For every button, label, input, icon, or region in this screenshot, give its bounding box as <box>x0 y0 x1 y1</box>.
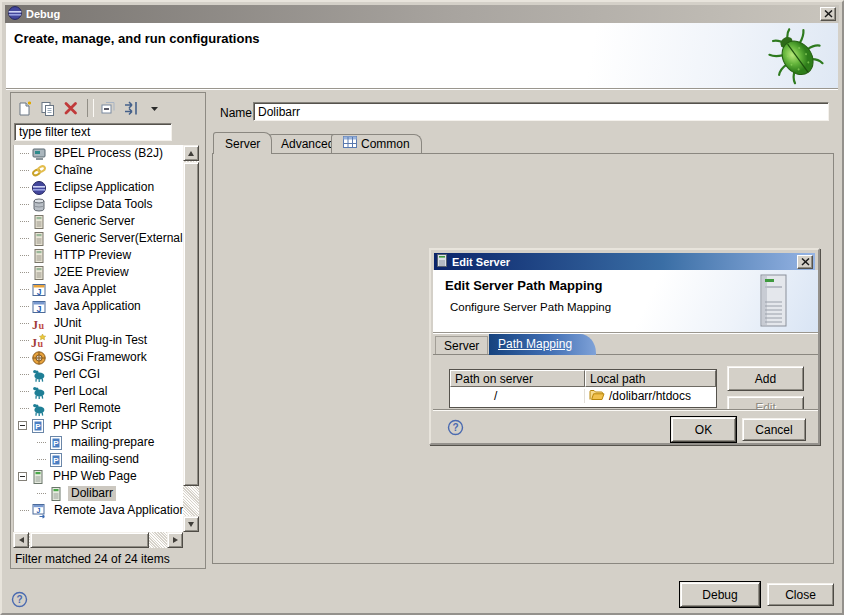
tree-item-label: Generic Server <box>51 214 138 229</box>
tree-item-php-script[interactable]: PPHP Script <box>14 417 183 434</box>
vertical-scrollbar[interactable] <box>183 145 199 532</box>
collapse-all-icon[interactable] <box>97 97 119 119</box>
horizontal-scroll-thumb[interactable] <box>30 532 149 548</box>
applet-icon: J <box>31 282 47 298</box>
database-icon <box>31 197 47 213</box>
debug-button[interactable]: Debug <box>680 582 760 607</box>
scroll-left-button[interactable] <box>13 532 29 548</box>
scroll-right-button[interactable] <box>167 532 183 548</box>
duplicate-icon[interactable] <box>37 97 59 119</box>
config-tree: BPEL Process (B2J)ChaîneEclipse Applicat… <box>13 145 183 532</box>
tree-item-label: JUnit <box>51 316 84 331</box>
tree-item-junit[interactable]: JuJUnit <box>14 315 183 332</box>
tree-connector <box>37 493 46 494</box>
tree-item-java-application[interactable]: JJava Application <box>14 298 183 315</box>
tree-connector <box>20 323 29 324</box>
tree-item-label: Perl Remote <box>51 401 124 416</box>
tree-connector <box>37 459 46 460</box>
java-icon: J <box>31 299 47 315</box>
tree-connector <box>37 442 46 443</box>
tree-item-label: BPEL Process (B2J) <box>51 146 166 161</box>
collapse-expander-icon[interactable] <box>18 421 27 430</box>
dialog-tab-path-mapping[interactable]: Path Mapping <box>489 334 596 355</box>
tree-item-http-preview[interactable]: HTTP Preview <box>14 247 183 264</box>
junitp-icon: Ju <box>31 333 47 349</box>
mapping-table-body: //dolibarr/htdocs <box>450 387 716 404</box>
tree-item-label: Java Application <box>51 299 144 314</box>
window-close-button[interactable] <box>820 7 836 21</box>
dialog-close-button[interactable] <box>797 255 813 269</box>
tree-connector <box>20 170 29 171</box>
tree-item-cha-ne[interactable]: Chaîne <box>14 162 183 179</box>
close-button[interactable]: Close <box>767 583 834 606</box>
tree-item-perl-local[interactable]: Perl Local <box>14 383 183 400</box>
server-icon <box>31 265 47 281</box>
svg-text:?: ? <box>452 422 458 433</box>
tree-item-generic-server[interactable]: Generic Server <box>14 213 183 230</box>
svg-text:?: ? <box>16 594 22 605</box>
mapping-row[interactable]: //dolibarr/htdocs <box>450 387 716 404</box>
tree-item-php-web-page[interactable]: PHP Web Page <box>14 468 183 485</box>
tree-item-eclipse-data-tools[interactable]: Eclipse Data Tools <box>14 196 183 213</box>
column-path-on-server[interactable]: Path on server <box>450 370 585 387</box>
delete-icon[interactable] <box>60 97 82 119</box>
tree-item-eclipse-application[interactable]: Eclipse Application <box>14 179 183 196</box>
menu-arrow-icon[interactable] <box>143 97 165 119</box>
name-input[interactable] <box>253 102 829 121</box>
scroll-up-button[interactable] <box>183 145 199 161</box>
filter-icon[interactable] <box>120 97 142 119</box>
tree-connector <box>20 272 29 273</box>
window-title: Debug <box>26 8 820 20</box>
tree-item-dolibarr[interactable]: Dolibarr <box>14 485 183 502</box>
help-icon[interactable]: ? <box>447 419 464 436</box>
header-banner: Create, manage, and run configurations <box>6 23 838 89</box>
ok-button[interactable]: OK <box>671 417 736 442</box>
collapse-expander-icon[interactable] <box>18 472 27 481</box>
tree-connector <box>20 289 29 290</box>
tree-item-j2ee-preview[interactable]: J2EE Preview <box>14 264 183 281</box>
tree-item-junit-plug-in-test[interactable]: JuJUnit Plug-in Test <box>14 332 183 349</box>
debug-window: Debug Create, manage, and run configurat… <box>0 0 844 615</box>
tree-item-label: Eclipse Data Tools <box>51 197 156 212</box>
page-title: Create, manage, and run configurations <box>14 31 260 46</box>
bpel-icon <box>31 146 47 162</box>
edit-server-dialog: Edit Server Edit Server Path Mapping Con… <box>429 248 820 445</box>
scroll-down-button[interactable] <box>183 516 199 532</box>
help-icon[interactable]: ? <box>11 591 28 608</box>
tree-item-label: JUnit Plug-in Test <box>51 333 150 348</box>
tree-item-remote-java-application[interactable]: JRemote Java Application <box>14 502 183 519</box>
vertical-scroll-thumb[interactable] <box>183 162 199 486</box>
svg-text:u: u <box>39 319 45 330</box>
tab-server[interactable]: Server <box>213 132 272 154</box>
path-mapping-table: Path on server Local path //dolibarr/htd… <box>449 369 717 408</box>
name-label: Name: <box>220 106 255 120</box>
tree-item-java-applet[interactable]: JJava Applet <box>14 281 183 298</box>
chain-icon <box>31 163 47 179</box>
dialog-tab-server[interactable]: Server <box>435 336 488 354</box>
cancel-button[interactable]: Cancel <box>742 418 806 441</box>
new-config-icon[interactable] <box>14 97 36 119</box>
tree-item-osgi-framework[interactable]: OSGi Framework <box>14 349 183 366</box>
php-icon: P <box>48 435 64 451</box>
php-icon: P <box>48 452 64 468</box>
column-local-path[interactable]: Local path <box>585 370 716 387</box>
tree-item-mailing-prepare[interactable]: Pmailing-prepare <box>14 434 183 451</box>
tree-item-perl-remote[interactable]: Perl Remote <box>14 400 183 417</box>
tree-connector <box>20 374 29 375</box>
tree-item-bpel-process-b2j[interactable]: BPEL Process (B2J) <box>14 145 183 162</box>
tree-item-mailing-send[interactable]: Pmailing-send <box>14 451 183 468</box>
tree-connector <box>20 187 29 188</box>
add-mapping-button[interactable]: Add <box>727 366 804 391</box>
horizontal-scrollbar[interactable] <box>13 532 183 548</box>
filter-input[interactable] <box>14 123 172 141</box>
svg-text:J: J <box>31 335 37 349</box>
tree-item-label: Perl Local <box>51 384 110 399</box>
tab-common[interactable]: Common <box>331 134 422 153</box>
tree-connector <box>20 357 29 358</box>
tree-item-generic-server-external-la[interactable]: Generic Server(External La <box>14 230 183 247</box>
tree-item-label: Chaîne <box>51 163 96 178</box>
rjava-icon: J <box>31 503 47 519</box>
tree-item-label: Java Applet <box>51 282 119 297</box>
tree-item-perl-cgi[interactable]: Perl CGI <box>14 366 183 383</box>
svg-text:P: P <box>53 438 59 447</box>
